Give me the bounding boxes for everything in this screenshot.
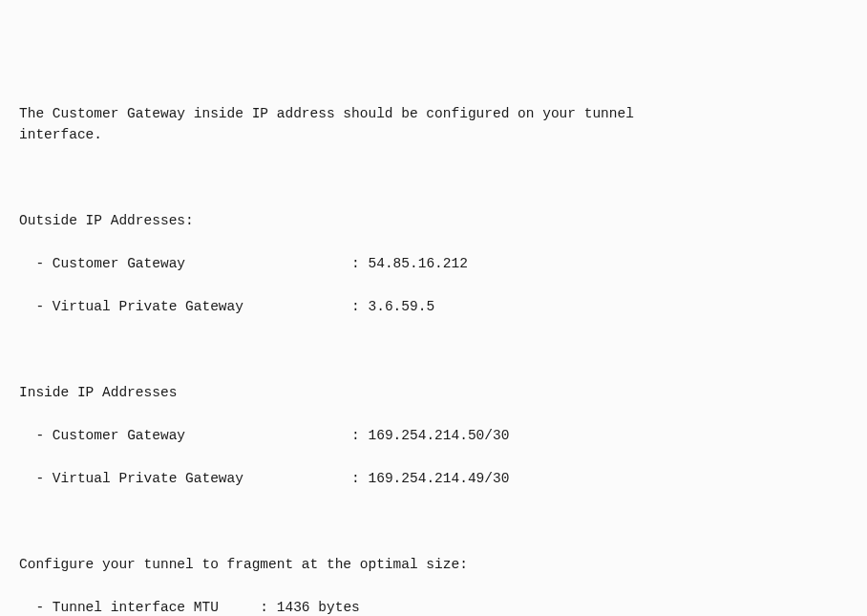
kv-pad: :: [185, 428, 368, 443]
outside-heading: Outside IP Addresses:: [19, 210, 848, 231]
outside-item-1-value: 3.6.59.5: [368, 299, 434, 314]
intro-text: The Customer Gateway inside IP address s…: [19, 103, 848, 146]
fragment-text: Configure your tunnel to fragment at the…: [19, 554, 848, 575]
inside-heading: Inside IP Addresses: [19, 382, 848, 403]
kv-pad: :: [243, 299, 369, 314]
mtu-label: Tunnel interface MTU: [53, 600, 219, 615]
inside-item-0-label: Customer Gateway: [53, 428, 185, 443]
vpn-config-document: The Customer Gateway inside IP address s…: [19, 103, 848, 616]
outside-item-0-value: 54.85.16.212: [368, 256, 467, 271]
inside-item-1-label: Virtual Private Gateway: [53, 471, 243, 486]
kv-pad: :: [219, 600, 277, 615]
outside-item-1-label: Virtual Private Gateway: [53, 299, 243, 314]
inside-item-1-value: 169.254.214.49/30: [368, 471, 509, 486]
kv-pad: :: [243, 471, 369, 486]
outside-item-1: - Virtual Private Gateway : 3.6.59.5: [19, 296, 848, 317]
kv-pad: :: [185, 256, 368, 271]
inside-item-0: - Customer Gateway : 169.254.214.50/30: [19, 425, 848, 446]
inside-item-0-value: 169.254.214.50/30: [368, 428, 509, 443]
outside-item-0-label: Customer Gateway: [53, 256, 185, 271]
mtu-value: 1436 bytes: [277, 600, 360, 615]
mtu-line: - Tunnel interface MTU : 1436 bytes: [19, 597, 848, 616]
outside-item-0: - Customer Gateway : 54.85.16.212: [19, 253, 848, 274]
inside-item-1: - Virtual Private Gateway : 169.254.214.…: [19, 468, 848, 489]
